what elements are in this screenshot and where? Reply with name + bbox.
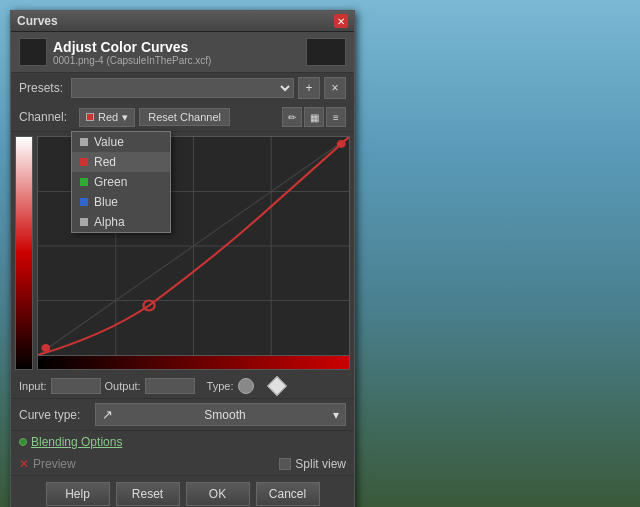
dropdown-label-red: Red bbox=[94, 155, 116, 169]
dropdown-dot-red bbox=[80, 158, 88, 166]
channel-icon-more[interactable]: ≡ bbox=[326, 107, 346, 127]
curvetype-value: Smooth bbox=[204, 408, 245, 422]
button-row: Help Reset OK Cancel bbox=[11, 475, 354, 507]
type-diamond-button[interactable] bbox=[267, 376, 287, 396]
channel-icon-grid[interactable]: ▦ bbox=[304, 107, 324, 127]
curvetype-select[interactable]: ↗ Smooth ▾ bbox=[95, 403, 346, 426]
dropdown-item-red[interactable]: Red bbox=[72, 152, 170, 172]
dropdown-dot-green bbox=[80, 178, 88, 186]
dropdown-dot-blue bbox=[80, 198, 88, 206]
presets-remove-button[interactable]: × bbox=[324, 77, 346, 99]
curves-dialog: Curves ✕ Adjust Color Curves 0001.png-4 … bbox=[10, 10, 355, 507]
header-icon bbox=[19, 38, 47, 66]
dropdown-item-green[interactable]: Green bbox=[72, 172, 170, 192]
channel-dropdown-arrow: ▾ bbox=[122, 111, 128, 124]
dropdown-item-value[interactable]: Value bbox=[72, 132, 170, 152]
channel-dropdown: Value Red Green Blue Alpha bbox=[71, 131, 171, 233]
dropdown-label-green: Green bbox=[94, 175, 127, 189]
dropdown-label-alpha: Alpha bbox=[94, 215, 125, 229]
curve-x-gradient bbox=[37, 356, 350, 370]
io-row: Input: Output: Type: bbox=[11, 374, 354, 398]
channel-reset-button[interactable]: Reset Channel bbox=[139, 108, 230, 126]
presets-row: Presets: + × bbox=[11, 73, 354, 103]
header-info: Adjust Color Curves 0001.png-4 (CapsuleI… bbox=[53, 39, 300, 66]
curvetype-row: Curve type: ↗ Smooth ▾ bbox=[11, 398, 354, 430]
channel-row: Channel: Red ▾ Reset Channel ✏ ▦ ≡ Value… bbox=[11, 103, 354, 132]
dropdown-dot-alpha bbox=[80, 218, 88, 226]
reset-button[interactable]: Reset bbox=[116, 482, 180, 506]
preview-x-icon: ✕ bbox=[19, 457, 29, 471]
curvetype-arrow: ▾ bbox=[333, 408, 339, 422]
type-label: Type: bbox=[207, 380, 234, 392]
presets-label: Presets: bbox=[19, 81, 67, 95]
split-view-checkbox[interactable] bbox=[279, 458, 291, 470]
dialog-header: Adjust Color Curves 0001.png-4 (CapsuleI… bbox=[11, 32, 354, 73]
presets-add-button[interactable]: + bbox=[298, 77, 320, 99]
presets-select[interactable] bbox=[71, 78, 294, 98]
curve-area bbox=[11, 132, 354, 374]
channel-icon-group: ✏ ▦ ≡ bbox=[282, 107, 346, 127]
type-circle-button[interactable] bbox=[238, 378, 254, 394]
dropdown-label-blue: Blue bbox=[94, 195, 118, 209]
channel-color-dot bbox=[86, 113, 94, 121]
dropdown-dot-value bbox=[80, 138, 88, 146]
svg-point-9 bbox=[337, 140, 346, 148]
output-label: Output: bbox=[105, 380, 141, 392]
ok-button[interactable]: OK bbox=[186, 482, 250, 506]
header-title: Adjust Color Curves bbox=[53, 39, 300, 55]
curvetype-icon: ↗ bbox=[102, 407, 113, 422]
close-button[interactable]: ✕ bbox=[334, 14, 348, 28]
blending-link[interactable]: Blending Options bbox=[31, 435, 122, 449]
preview-row: ✕ Preview Split view bbox=[11, 453, 354, 475]
dropdown-item-alpha[interactable]: Alpha bbox=[72, 212, 170, 232]
dropdown-item-blue[interactable]: Blue bbox=[72, 192, 170, 212]
channel-label: Channel: bbox=[19, 110, 75, 124]
curve-y-gradient bbox=[15, 136, 33, 370]
curvetype-label: Curve type: bbox=[19, 408, 91, 422]
svg-point-8 bbox=[41, 344, 50, 352]
blending-dot bbox=[19, 438, 27, 446]
dialog-title: Curves bbox=[17, 14, 58, 28]
header-subtitle: 0001.png-4 (CapsuleInTheParc.xcf) bbox=[53, 55, 300, 66]
channel-value: Red bbox=[98, 111, 118, 123]
cancel-button[interactable]: Cancel bbox=[256, 482, 320, 506]
title-bar: Curves ✕ bbox=[11, 11, 354, 32]
output-value[interactable] bbox=[145, 378, 195, 394]
input-label: Input: bbox=[19, 380, 47, 392]
dropdown-label-value: Value bbox=[94, 135, 124, 149]
preview-label[interactable]: Preview bbox=[33, 457, 275, 471]
help-button[interactable]: Help bbox=[46, 482, 110, 506]
channel-icon-pencil[interactable]: ✏ bbox=[282, 107, 302, 127]
channel-select-button[interactable]: Red ▾ bbox=[79, 108, 135, 127]
split-view-label: Split view bbox=[295, 457, 346, 471]
header-thumbnail bbox=[306, 38, 346, 66]
blending-row: Blending Options bbox=[11, 430, 354, 453]
input-value[interactable] bbox=[51, 378, 101, 394]
